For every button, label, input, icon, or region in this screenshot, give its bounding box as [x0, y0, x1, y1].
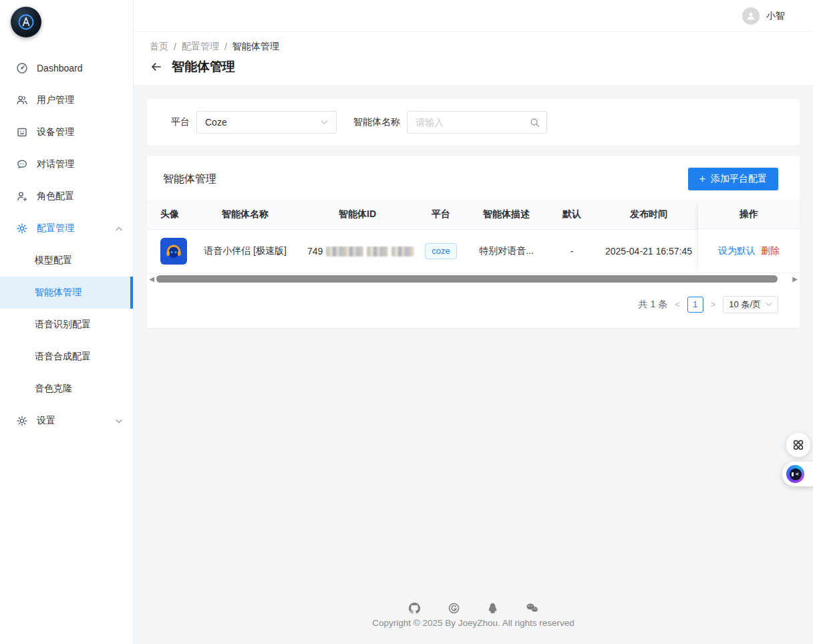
- pagination-page-1[interactable]: 1: [687, 297, 703, 313]
- sidebar-item-label: 角色配置: [37, 190, 74, 202]
- chevron-down-icon: [766, 302, 772, 307]
- filter-card: 平台 Coze 智能体名称: [147, 99, 800, 146]
- scroll-right-arrow[interactable]: ▶: [792, 276, 798, 283]
- wechat-icon[interactable]: [526, 603, 538, 614]
- plus-icon: +: [699, 174, 705, 184]
- chevron-down-icon: [321, 120, 328, 125]
- sidebar-item-label: 对话管理: [37, 158, 74, 170]
- col-header-actions: 操作: [698, 200, 800, 229]
- device-icon: [16, 126, 28, 138]
- sidebar-item-label: 设备管理: [37, 126, 74, 138]
- breadcrumb-home[interactable]: 首页: [150, 41, 168, 53]
- page-title: 智能体管理: [172, 58, 235, 75]
- sidebar-subitem-label: 音色克隆: [35, 383, 72, 395]
- redacted-id-segment: [391, 247, 414, 257]
- user-name[interactable]: 小智: [766, 10, 785, 22]
- delete-button[interactable]: 删除: [761, 245, 780, 257]
- topbar: 小智: [134, 0, 813, 32]
- platform-filter-label: 平台: [171, 116, 190, 128]
- logo-a-icon: [16, 12, 36, 32]
- sidebar-item-label: Dashboard: [37, 63, 83, 73]
- scrollbar-thumb[interactable]: [156, 275, 778, 283]
- user-avatar[interactable]: [742, 7, 760, 25]
- grid-circles-icon: [792, 438, 805, 452]
- col-header-avatar: 头像: [147, 200, 190, 229]
- cell-agent-id: 749: [301, 246, 414, 257]
- redacted-id-segment: [367, 247, 388, 257]
- sidebar-item-config[interactable]: 配置管理: [0, 212, 133, 245]
- gear-icon: [16, 222, 28, 234]
- agent-avatar: [160, 238, 187, 265]
- pagination-prev-button[interactable]: <: [673, 299, 682, 309]
- sidebar-subitem-label: 智能体管理: [35, 287, 82, 299]
- set-default-button[interactable]: 设为默认: [718, 245, 756, 257]
- breadcrumb: 首页 / 配置管理 / 智能体管理: [150, 41, 797, 53]
- sidebar-item-conversations[interactable]: 对话管理: [0, 148, 133, 180]
- sidebar-subitem-asr-config[interactable]: 语音识别配置: [0, 309, 133, 341]
- agent-table: 头像 智能体名称 智能体ID 平台 智能体描述 默认 发布时间: [147, 200, 800, 274]
- scrollbar-track[interactable]: [156, 275, 790, 283]
- platform-tag: coze: [425, 243, 456, 259]
- page-size-select[interactable]: 10 条/页: [723, 296, 778, 313]
- agent-name-filter-label: 智能体名称: [353, 116, 400, 128]
- main-column: 小智 首页 / 配置管理 / 智能体管理 智能体管理: [134, 0, 813, 644]
- scroll-left-arrow[interactable]: ◀: [148, 276, 155, 283]
- pagination-total: 共 1 条: [639, 299, 668, 311]
- back-button[interactable]: [150, 61, 162, 73]
- redacted-id-segment: [326, 247, 363, 257]
- cell-agent-description: 特别对语音...: [468, 229, 545, 273]
- breadcrumb-separator: /: [224, 41, 227, 52]
- sidebar-subitem-agent-management[interactable]: 智能体管理: [0, 277, 133, 309]
- sidebar-item-settings[interactable]: 设置: [0, 405, 133, 437]
- qq-icon[interactable]: [488, 603, 498, 614]
- search-icon[interactable]: [530, 118, 540, 128]
- robot-face-icon: <: [786, 465, 804, 483]
- col-header-default: 默认: [545, 200, 599, 229]
- sidebar-item-users[interactable]: 用户管理: [0, 84, 133, 116]
- col-header-description: 智能体描述: [468, 200, 545, 229]
- page-header: 首页 / 配置管理 / 智能体管理 智能体管理: [134, 32, 813, 85]
- pagination-next-button[interactable]: >: [709, 299, 718, 309]
- sidebar: Dashboard 用户管理: [0, 0, 134, 644]
- dashboard-icon: [16, 62, 28, 74]
- platform-select-value: Coze: [205, 117, 227, 128]
- platform-select[interactable]: Coze: [196, 111, 337, 134]
- users-icon: [16, 94, 28, 106]
- app-logo[interactable]: [11, 7, 41, 37]
- agent-name-input-box: [407, 111, 547, 134]
- cell-default: -: [545, 229, 599, 273]
- floating-assistant-button[interactable]: <: [782, 462, 813, 486]
- sidebar-item-roles[interactable]: 角色配置: [0, 180, 133, 212]
- agent-name-input[interactable]: [416, 117, 530, 128]
- horizontal-scrollbar: ◀ ▶: [148, 275, 798, 284]
- sidebar-item-label: 用户管理: [37, 94, 74, 106]
- breadcrumb-separator: /: [174, 41, 176, 52]
- person-icon: [746, 11, 756, 21]
- floating-widget-button[interactable]: [786, 433, 810, 457]
- sidebar-item-devices[interactable]: 设备管理: [0, 116, 133, 148]
- sidebar-subitem-label: 语音识别配置: [35, 319, 91, 331]
- sidebar-item-dashboard[interactable]: Dashboard: [0, 52, 133, 84]
- person-plus-icon: [16, 190, 28, 202]
- sidebar-subitem-tts-config[interactable]: 语音合成配置: [0, 341, 133, 373]
- add-platform-config-button[interactable]: + 添加平台配置: [688, 168, 778, 190]
- breadcrumb-current: 智能体管理: [232, 41, 279, 53]
- table-header-row: 头像 智能体名称 智能体ID 平台 智能体描述 默认 发布时间: [147, 200, 699, 229]
- sidebar-subitem-voice-clone[interactable]: 音色克隆: [0, 373, 133, 405]
- logo-container: [0, 0, 133, 41]
- col-header-platform: 平台: [414, 200, 468, 229]
- chevron-up-icon: [116, 226, 122, 231]
- sidebar-subitem-model-config[interactable]: 模型配置: [0, 245, 133, 277]
- sidebar-menu: Dashboard 用户管理: [0, 41, 133, 437]
- gitee-icon[interactable]: [448, 603, 460, 614]
- github-icon[interactable]: [409, 603, 420, 614]
- chat-icon: [16, 158, 28, 170]
- chevron-down-icon: [116, 419, 122, 424]
- table-card-title: 智能体管理: [163, 172, 216, 186]
- col-header-id: 智能体ID: [301, 200, 414, 229]
- pagination: 共 1 条 < 1 > 10 条/页: [147, 284, 800, 317]
- content-area: 平台 Coze 智能体名称: [134, 85, 813, 644]
- headphones-avatar-icon: [164, 242, 183, 261]
- sidebar-item-label: 配置管理: [37, 222, 74, 234]
- breadcrumb-config[interactable]: 配置管理: [182, 41, 219, 53]
